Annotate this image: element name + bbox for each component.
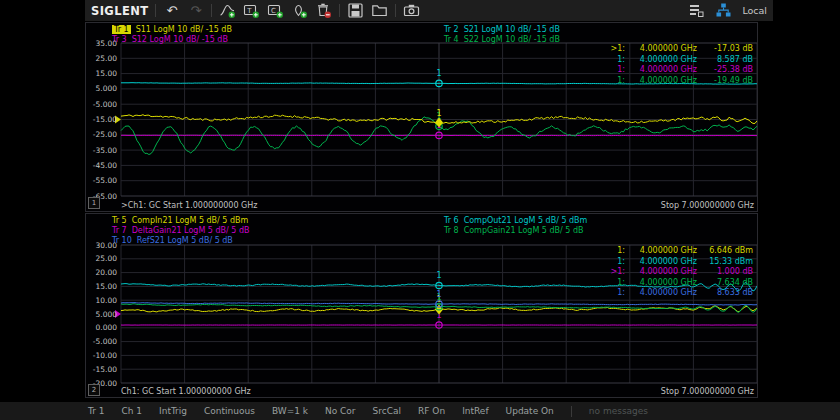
save-icon[interactable] <box>347 2 364 19</box>
sweep-range-footer: >Ch1: GC Start 1.000000000 GHzStop 7.000… <box>121 201 754 210</box>
y-axis-label: -25.00 <box>86 130 117 139</box>
toolbar-separator <box>211 4 212 17</box>
marker-readout-row: 1:4.000000 GHz15.33 dBm <box>605 257 753 268</box>
trace-format: S21 LogM 10 dB/ -15 dB <box>464 25 560 34</box>
marker-num: >1: <box>605 44 625 55</box>
marker-freq: 4.000000 GHz <box>625 55 697 66</box>
trace-format: S22 LogM 10 dB/ -15 dB <box>464 35 560 44</box>
marker-val: 8.587 dB <box>697 55 753 66</box>
marker-val: 1.000 dB <box>697 267 753 278</box>
toolbar-separator <box>339 4 340 17</box>
open-file-icon[interactable] <box>371 2 388 19</box>
status-item-bw-1-k[interactable]: BW=1 k <box>272 406 308 416</box>
y-axis-label: 15.00 <box>86 282 117 291</box>
marker-freq: 4.000000 GHz <box>625 278 697 289</box>
marker-freq: 4.000000 GHz <box>625 288 697 299</box>
sweep-start-label: >Ch1: GC Start 1.000000000 GHz <box>121 201 258 210</box>
screenshot-icon[interactable] <box>403 2 420 19</box>
marker-num: 1: <box>605 278 625 289</box>
y-axis-label: 20.00 <box>86 268 117 277</box>
trace-label-tr2[interactable]: Tr 2S21 LogM 10 dB/ -15 dB <box>444 24 560 34</box>
sweep-stop-label: Stop 7.000000000 GHz <box>661 201 754 210</box>
y-axis-label: -10.00 <box>86 351 117 360</box>
sweep-start-label: Ch1: GC Start 1.000000000 GHz <box>121 387 251 396</box>
marker-freq: 4.000000 GHz <box>625 246 697 257</box>
marker-val: -19.49 dB <box>697 76 753 87</box>
trace-format: CompIn21 LogM 5 dB/ 5 dBm <box>132 216 249 225</box>
marker-num: 1: <box>605 257 625 268</box>
status-item-tr-1[interactable]: Tr 1 <box>88 406 104 416</box>
trace-id[interactable]: Tr 1 <box>112 25 131 34</box>
marker-readout-row: 1:4.000000 GHz-19.49 dB <box>605 76 753 87</box>
status-item-rf-on[interactable]: RF On <box>418 406 445 416</box>
y-axis-label: -45.00 <box>86 161 117 170</box>
add-trace-icon[interactable] <box>219 2 236 19</box>
trace-label-tr4[interactable]: Tr 4S22 LogM 10 dB/ -15 dB <box>444 34 560 44</box>
y-axis-label: -55.00 <box>86 176 117 185</box>
y-axis-label: 0.000 <box>86 323 117 332</box>
trace-id[interactable]: Tr 8 <box>444 226 459 235</box>
trace-id[interactable]: Tr 6 <box>444 216 459 225</box>
marker-num: >1: <box>605 267 625 278</box>
marker-num: 1: <box>605 246 625 257</box>
trace-label-tr10[interactable]: Tr 10RefS21 LogM 5 dB/ 5 dB <box>112 235 233 245</box>
add-channel-icon[interactable]: C <box>267 2 284 19</box>
trace-label-tr1[interactable]: Tr 1S11 LogM 10 dB/ -15 dB <box>112 24 232 34</box>
marker-val: -17.03 dB <box>697 44 753 55</box>
status-item-update-on[interactable]: Update On <box>506 406 554 416</box>
trace-format: S11 LogM 10 dB/ -15 dB <box>136 25 232 34</box>
delete-icon[interactable] <box>315 2 332 19</box>
trace-label-tr8[interactable]: Tr 8CompGain21 LogM 5 dB/ 5 dB <box>444 225 583 235</box>
marker-readout-table: >1:4.000000 GHz-17.03 dB1:4.000000 GHz8.… <box>605 44 753 86</box>
trace-id[interactable]: Tr 7 <box>112 226 127 235</box>
local-remote-status[interactable]: Local <box>742 5 767 16</box>
marker-readout-row: 1:4.000000 GHz8.587 dB <box>605 55 753 66</box>
status-separator <box>571 406 572 417</box>
status-item-intref[interactable]: IntRef <box>462 406 488 416</box>
marker-num: 1: <box>605 288 625 299</box>
trace-id[interactable]: Tr 4 <box>444 35 459 44</box>
redo-icon[interactable]: ↷ <box>187 2 204 19</box>
status-item-srccal[interactable]: SrcCal <box>373 406 401 416</box>
trace-label-tr7[interactable]: Tr 7DeltaGain21 LogM 5 dB/ 5 dB <box>112 225 249 235</box>
y-axis-label: 5.000 <box>86 310 117 319</box>
window-number-badge: 1 <box>88 197 100 209</box>
marker-readout-row: 1:4.000000 GHz6.646 dBm <box>605 246 753 257</box>
add-marker-icon[interactable] <box>291 2 308 19</box>
y-axis-label: 15.00 <box>86 69 117 78</box>
trace-id[interactable]: Tr 2 <box>444 25 459 34</box>
marker-readout-row: >1:4.000000 GHz1.000 dB <box>605 267 753 278</box>
channel-window-1[interactable]: 1111Tr 1S11 LogM 10 dB/ -15 dBTr 3S12 Lo… <box>85 22 758 212</box>
marker-readout-row: 1:4.000000 GHz7.634 dB <box>605 278 753 289</box>
toolbar-right-group: Local <box>688 2 767 19</box>
sweep-stop-label: Stop 7.000000000 GHz <box>661 387 754 396</box>
status-item-continuous[interactable]: Continuous <box>204 406 255 416</box>
trace-id[interactable]: Tr 5 <box>112 216 127 225</box>
y-axis-label: 10.00 <box>86 296 117 305</box>
add-trace-window-icon[interactable]: T <box>243 2 260 19</box>
channel-window-2[interactable]: 11111Tr 5CompIn21 LogM 5 dB/ 5 dBmTr 7De… <box>85 213 758 398</box>
status-item-no-cor[interactable]: No Cor <box>325 406 356 416</box>
y-axis-label: 5.000 <box>86 84 117 93</box>
marker-readout-table: 1:4.000000 GHz6.646 dBm1:4.000000 GHz15.… <box>605 246 753 299</box>
trace-label-tr6[interactable]: Tr 6CompOut21 LogM 5 dB/ 5 dBm <box>444 215 587 225</box>
undo-icon[interactable]: ↶ <box>163 2 180 19</box>
status-item-ch-1[interactable]: Ch 1 <box>121 406 142 416</box>
network-icon[interactable] <box>715 2 732 19</box>
svg-text:T: T <box>247 7 253 15</box>
trace-label-tr5[interactable]: Tr 5CompIn21 LogM 5 dB/ 5 dBm <box>112 215 248 225</box>
window-number-badge: 2 <box>88 384 100 396</box>
marker-freq: 4.000000 GHz <box>625 257 697 268</box>
window-layout-icon[interactable] <box>688 2 705 19</box>
marker-readout-row: >1:4.000000 GHz-17.03 dB <box>605 44 753 55</box>
trace-format: CompOut21 LogM 5 dB/ 5 dBm <box>464 216 588 225</box>
marker-label: 1 <box>436 109 441 118</box>
trace-label-tr3[interactable]: Tr 3S12 LogM 10 dB/ -15 dB <box>112 34 228 44</box>
trace-format: S12 LogM 10 dB/ -15 dB <box>132 35 228 44</box>
trace-format: CompGain21 LogM 5 dB/ 5 dB <box>464 226 584 235</box>
y-axis-label: 25.00 <box>86 254 117 263</box>
status-item-inttrig[interactable]: IntTrig <box>159 406 187 416</box>
marker-val: 15.33 dBm <box>697 257 753 268</box>
sweep-range-footer: Ch1: GC Start 1.000000000 GHzStop 7.0000… <box>121 387 754 396</box>
marker-val: -25.38 dB <box>697 65 753 76</box>
